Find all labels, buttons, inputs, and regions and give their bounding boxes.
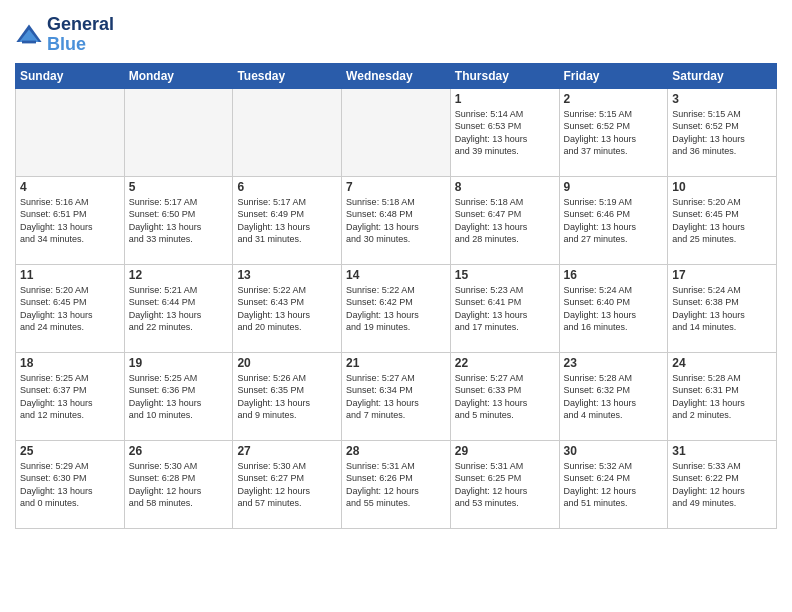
calendar-cell: 23Sunrise: 5:28 AM Sunset: 6:32 PM Dayli…	[559, 352, 668, 440]
calendar-cell: 21Sunrise: 5:27 AM Sunset: 6:34 PM Dayli…	[342, 352, 451, 440]
calendar-cell: 31Sunrise: 5:33 AM Sunset: 6:22 PM Dayli…	[668, 440, 777, 528]
calendar-cell: 19Sunrise: 5:25 AM Sunset: 6:36 PM Dayli…	[124, 352, 233, 440]
day-info: Sunrise: 5:16 AM Sunset: 6:51 PM Dayligh…	[20, 196, 120, 246]
weekday-wednesday: Wednesday	[342, 63, 451, 88]
day-number: 9	[564, 180, 664, 194]
day-info: Sunrise: 5:31 AM Sunset: 6:25 PM Dayligh…	[455, 460, 555, 510]
day-info: Sunrise: 5:30 AM Sunset: 6:27 PM Dayligh…	[237, 460, 337, 510]
day-number: 23	[564, 356, 664, 370]
day-number: 29	[455, 444, 555, 458]
week-row-4: 18Sunrise: 5:25 AM Sunset: 6:37 PM Dayli…	[16, 352, 777, 440]
calendar-cell: 22Sunrise: 5:27 AM Sunset: 6:33 PM Dayli…	[450, 352, 559, 440]
day-info: Sunrise: 5:14 AM Sunset: 6:53 PM Dayligh…	[455, 108, 555, 158]
day-info: Sunrise: 5:17 AM Sunset: 6:50 PM Dayligh…	[129, 196, 229, 246]
calendar-cell: 30Sunrise: 5:32 AM Sunset: 6:24 PM Dayli…	[559, 440, 668, 528]
day-number: 21	[346, 356, 446, 370]
day-info: Sunrise: 5:32 AM Sunset: 6:24 PM Dayligh…	[564, 460, 664, 510]
calendar-cell	[16, 88, 125, 176]
day-number: 11	[20, 268, 120, 282]
day-info: Sunrise: 5:28 AM Sunset: 6:32 PM Dayligh…	[564, 372, 664, 422]
week-row-2: 4Sunrise: 5:16 AM Sunset: 6:51 PM Daylig…	[16, 176, 777, 264]
header: General Blue	[15, 10, 777, 55]
day-info: Sunrise: 5:15 AM Sunset: 6:52 PM Dayligh…	[564, 108, 664, 158]
weekday-sunday: Sunday	[16, 63, 125, 88]
day-info: Sunrise: 5:25 AM Sunset: 6:36 PM Dayligh…	[129, 372, 229, 422]
calendar-cell: 26Sunrise: 5:30 AM Sunset: 6:28 PM Dayli…	[124, 440, 233, 528]
day-info: Sunrise: 5:19 AM Sunset: 6:46 PM Dayligh…	[564, 196, 664, 246]
weekday-header-row: SundayMondayTuesdayWednesdayThursdayFrid…	[16, 63, 777, 88]
day-number: 30	[564, 444, 664, 458]
day-number: 3	[672, 92, 772, 106]
day-number: 28	[346, 444, 446, 458]
calendar-cell: 14Sunrise: 5:22 AM Sunset: 6:42 PM Dayli…	[342, 264, 451, 352]
day-info: Sunrise: 5:22 AM Sunset: 6:42 PM Dayligh…	[346, 284, 446, 334]
calendar-cell: 28Sunrise: 5:31 AM Sunset: 6:26 PM Dayli…	[342, 440, 451, 528]
svg-rect-2	[22, 40, 36, 43]
day-info: Sunrise: 5:27 AM Sunset: 6:34 PM Dayligh…	[346, 372, 446, 422]
day-info: Sunrise: 5:24 AM Sunset: 6:40 PM Dayligh…	[564, 284, 664, 334]
calendar-cell: 7Sunrise: 5:18 AM Sunset: 6:48 PM Daylig…	[342, 176, 451, 264]
calendar-cell: 18Sunrise: 5:25 AM Sunset: 6:37 PM Dayli…	[16, 352, 125, 440]
calendar-cell: 9Sunrise: 5:19 AM Sunset: 6:46 PM Daylig…	[559, 176, 668, 264]
day-info: Sunrise: 5:29 AM Sunset: 6:30 PM Dayligh…	[20, 460, 120, 510]
calendar-cell: 2Sunrise: 5:15 AM Sunset: 6:52 PM Daylig…	[559, 88, 668, 176]
calendar-cell: 20Sunrise: 5:26 AM Sunset: 6:35 PM Dayli…	[233, 352, 342, 440]
logo-icon	[15, 21, 43, 49]
logo: General Blue	[15, 15, 114, 55]
weekday-thursday: Thursday	[450, 63, 559, 88]
day-number: 4	[20, 180, 120, 194]
calendar-cell: 13Sunrise: 5:22 AM Sunset: 6:43 PM Dayli…	[233, 264, 342, 352]
weekday-tuesday: Tuesday	[233, 63, 342, 88]
calendar-cell	[342, 88, 451, 176]
calendar-cell: 15Sunrise: 5:23 AM Sunset: 6:41 PM Dayli…	[450, 264, 559, 352]
day-number: 15	[455, 268, 555, 282]
day-number: 20	[237, 356, 337, 370]
calendar-cell: 27Sunrise: 5:30 AM Sunset: 6:27 PM Dayli…	[233, 440, 342, 528]
calendar-cell: 17Sunrise: 5:24 AM Sunset: 6:38 PM Dayli…	[668, 264, 777, 352]
day-info: Sunrise: 5:25 AM Sunset: 6:37 PM Dayligh…	[20, 372, 120, 422]
day-info: Sunrise: 5:28 AM Sunset: 6:31 PM Dayligh…	[672, 372, 772, 422]
day-info: Sunrise: 5:18 AM Sunset: 6:48 PM Dayligh…	[346, 196, 446, 246]
weekday-monday: Monday	[124, 63, 233, 88]
day-info: Sunrise: 5:20 AM Sunset: 6:45 PM Dayligh…	[672, 196, 772, 246]
calendar-cell: 3Sunrise: 5:15 AM Sunset: 6:52 PM Daylig…	[668, 88, 777, 176]
day-info: Sunrise: 5:21 AM Sunset: 6:44 PM Dayligh…	[129, 284, 229, 334]
day-info: Sunrise: 5:31 AM Sunset: 6:26 PM Dayligh…	[346, 460, 446, 510]
day-info: Sunrise: 5:27 AM Sunset: 6:33 PM Dayligh…	[455, 372, 555, 422]
day-number: 31	[672, 444, 772, 458]
day-number: 6	[237, 180, 337, 194]
day-info: Sunrise: 5:33 AM Sunset: 6:22 PM Dayligh…	[672, 460, 772, 510]
day-info: Sunrise: 5:20 AM Sunset: 6:45 PM Dayligh…	[20, 284, 120, 334]
day-info: Sunrise: 5:17 AM Sunset: 6:49 PM Dayligh…	[237, 196, 337, 246]
calendar-cell: 4Sunrise: 5:16 AM Sunset: 6:51 PM Daylig…	[16, 176, 125, 264]
day-number: 22	[455, 356, 555, 370]
day-number: 12	[129, 268, 229, 282]
calendar-cell: 11Sunrise: 5:20 AM Sunset: 6:45 PM Dayli…	[16, 264, 125, 352]
week-row-5: 25Sunrise: 5:29 AM Sunset: 6:30 PM Dayli…	[16, 440, 777, 528]
calendar-cell: 29Sunrise: 5:31 AM Sunset: 6:25 PM Dayli…	[450, 440, 559, 528]
day-info: Sunrise: 5:22 AM Sunset: 6:43 PM Dayligh…	[237, 284, 337, 334]
calendar-cell	[124, 88, 233, 176]
calendar-table: SundayMondayTuesdayWednesdayThursdayFrid…	[15, 63, 777, 529]
calendar-cell: 24Sunrise: 5:28 AM Sunset: 6:31 PM Dayli…	[668, 352, 777, 440]
week-row-3: 11Sunrise: 5:20 AM Sunset: 6:45 PM Dayli…	[16, 264, 777, 352]
calendar-cell: 1Sunrise: 5:14 AM Sunset: 6:53 PM Daylig…	[450, 88, 559, 176]
day-number: 24	[672, 356, 772, 370]
day-info: Sunrise: 5:18 AM Sunset: 6:47 PM Dayligh…	[455, 196, 555, 246]
day-info: Sunrise: 5:24 AM Sunset: 6:38 PM Dayligh…	[672, 284, 772, 334]
calendar-cell: 5Sunrise: 5:17 AM Sunset: 6:50 PM Daylig…	[124, 176, 233, 264]
calendar-cell: 6Sunrise: 5:17 AM Sunset: 6:49 PM Daylig…	[233, 176, 342, 264]
day-number: 19	[129, 356, 229, 370]
calendar-cell: 8Sunrise: 5:18 AM Sunset: 6:47 PM Daylig…	[450, 176, 559, 264]
calendar-cell: 10Sunrise: 5:20 AM Sunset: 6:45 PM Dayli…	[668, 176, 777, 264]
day-info: Sunrise: 5:15 AM Sunset: 6:52 PM Dayligh…	[672, 108, 772, 158]
calendar-cell: 25Sunrise: 5:29 AM Sunset: 6:30 PM Dayli…	[16, 440, 125, 528]
week-row-1: 1Sunrise: 5:14 AM Sunset: 6:53 PM Daylig…	[16, 88, 777, 176]
day-number: 25	[20, 444, 120, 458]
day-number: 26	[129, 444, 229, 458]
day-number: 16	[564, 268, 664, 282]
day-number: 1	[455, 92, 555, 106]
calendar-cell: 12Sunrise: 5:21 AM Sunset: 6:44 PM Dayli…	[124, 264, 233, 352]
day-info: Sunrise: 5:26 AM Sunset: 6:35 PM Dayligh…	[237, 372, 337, 422]
day-number: 2	[564, 92, 664, 106]
